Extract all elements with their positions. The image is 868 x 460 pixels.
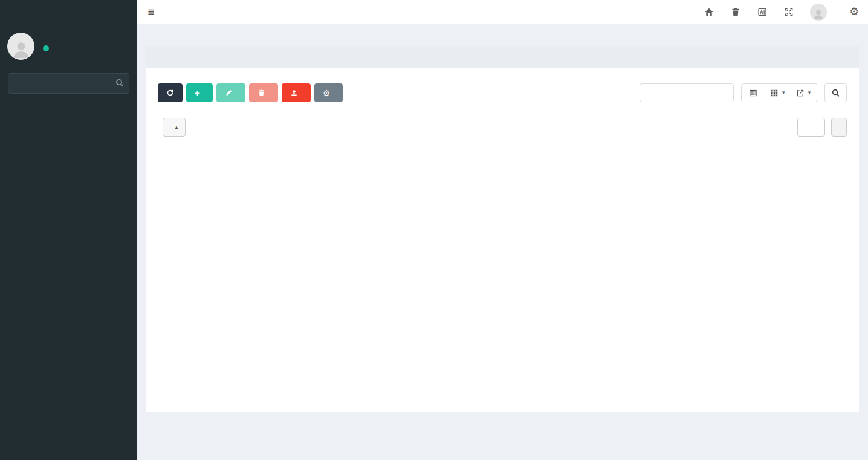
sidebar — [0, 0, 137, 460]
person-silhouette-icon — [10, 38, 32, 60]
table-card: + ⚙ — [146, 68, 859, 412]
navbar-user[interactable] — [810, 4, 833, 21]
avatar — [7, 33, 34, 60]
detail-view-icon — [749, 89, 757, 97]
columns-grid-icon — [770, 89, 779, 97]
edit-button[interactable] — [216, 83, 245, 102]
columns-button[interactable]: ▼ — [765, 83, 791, 102]
detail-view-button[interactable] — [741, 83, 765, 102]
toolbar: + ⚙ — [158, 83, 847, 102]
toolbar-right: ▼ ▼ — [640, 83, 847, 102]
search-button[interactable] — [824, 83, 847, 102]
export-icon — [796, 89, 805, 97]
plus-icon: + — [195, 88, 200, 97]
navbar-avatar — [810, 4, 827, 21]
pencil-icon — [225, 89, 233, 97]
fullscreen-icon[interactable] — [783, 7, 794, 18]
sidebar-search-input[interactable] — [8, 73, 129, 94]
gear-icon: ⚙ — [323, 89, 331, 97]
trash-icon[interactable] — [730, 7, 741, 18]
add-button[interactable]: + — [186, 83, 213, 102]
upload-icon — [290, 89, 298, 97]
page-jump-button[interactable] — [831, 118, 847, 137]
export-button[interactable]: ▼ — [791, 83, 817, 102]
user-status — [43, 45, 54, 51]
sidebar-search — [8, 73, 129, 94]
home-icon[interactable] — [704, 7, 714, 18]
table-footer: ▲ — [158, 118, 847, 137]
filter-tabbar — [146, 46, 859, 68]
search-icon — [831, 88, 840, 97]
trash-icon — [257, 89, 265, 97]
page-content: + ⚙ — [137, 24, 868, 460]
delete-button[interactable] — [249, 83, 278, 102]
search-icon — [115, 78, 125, 88]
more-button[interactable]: ⚙ — [314, 83, 343, 102]
translate-icon[interactable] — [757, 7, 768, 18]
import-button[interactable] — [282, 83, 311, 102]
main-area: ≡ ⚙ — [137, 0, 868, 460]
top-navbar: ≡ ⚙ — [137, 0, 868, 24]
navbar-right: ⚙ — [704, 0, 868, 24]
view-options-group: ▼ ▼ — [741, 83, 817, 102]
app-title — [0, 0, 137, 27]
chevron-down-icon: ▼ — [807, 90, 812, 96]
page-jump-input[interactable] — [797, 118, 825, 137]
refresh-button[interactable] — [158, 83, 183, 102]
chevron-up-icon: ▲ — [174, 125, 179, 130]
table-search-input[interactable] — [640, 83, 734, 102]
settings-gears-icon[interactable]: ⚙ — [849, 7, 860, 18]
sidebar-toggle-icon[interactable]: ≡ — [137, 0, 165, 24]
online-dot-icon — [43, 45, 49, 51]
chevron-down-icon: ▼ — [781, 90, 786, 96]
app-window: ≡ ⚙ — [0, 0, 868, 460]
per-page-select[interactable]: ▲ — [163, 118, 186, 137]
user-panel — [0, 27, 137, 68]
